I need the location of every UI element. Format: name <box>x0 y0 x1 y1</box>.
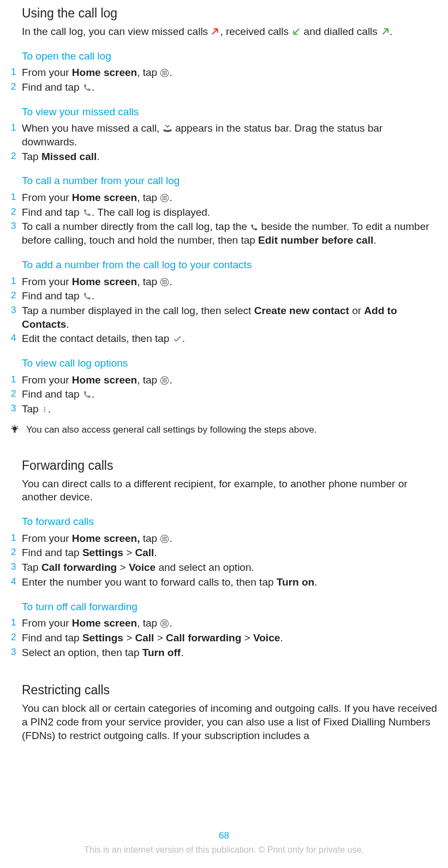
step: 3 Tap a number displayed in the call log… <box>22 304 437 331</box>
checkmark-icon <box>172 334 182 344</box>
svg-point-35 <box>164 380 165 381</box>
text: . <box>169 67 172 78</box>
svg-point-23 <box>166 280 167 281</box>
step-number: 1 <box>11 374 16 386</box>
text: . <box>92 81 94 93</box>
svg-point-58 <box>164 540 165 541</box>
bold: Voice <box>129 562 156 573</box>
subheading-log-options: To view call log options <box>11 357 437 370</box>
text: tap <box>140 533 160 544</box>
step: 1 From your Home screen, tap . <box>22 191 437 205</box>
svg-point-57 <box>163 540 164 541</box>
step-number: 1 <box>11 122 16 134</box>
svg-point-63 <box>166 622 167 623</box>
text: Find and tap <box>22 632 82 643</box>
svg-point-53 <box>166 536 167 538</box>
subheading-call-number: To call a number from your call log <box>11 174 437 188</box>
bold: Home screen <box>72 617 137 629</box>
svg-point-16 <box>166 198 167 199</box>
steps-fwd: 1 From your Home screen, tap . 2 Find an… <box>11 532 437 589</box>
text: Find and tap <box>22 206 82 218</box>
step-number: 3 <box>11 561 16 573</box>
step: 1 From your Home screen, tap . <box>22 66 437 80</box>
subheading-add-contact: To add a number from the call log to you… <box>11 258 437 272</box>
svg-point-69 <box>166 624 167 625</box>
apps-grid-icon <box>160 193 169 203</box>
step-number: 1 <box>11 66 16 78</box>
bold: Turn off <box>142 647 181 658</box>
svg-point-3 <box>166 71 167 72</box>
svg-rect-44 <box>14 430 16 433</box>
tip-row: You can also access general call setting… <box>11 424 437 436</box>
bold: Call <box>135 547 154 558</box>
text: , tap <box>137 192 160 203</box>
text: . <box>92 290 94 302</box>
footer-note: This is an internet version of this publ… <box>0 845 448 856</box>
text: or <box>349 305 364 316</box>
subheading-forward-off: To turn off call forwarding <box>11 600 437 614</box>
text: Enter the number you want to forward cal… <box>22 576 277 588</box>
step-number: 1 <box>11 191 16 203</box>
svg-point-21 <box>163 280 164 281</box>
bold: Turn on <box>277 576 314 588</box>
svg-point-6 <box>166 73 167 74</box>
svg-point-36 <box>166 380 167 381</box>
svg-point-1 <box>163 71 164 72</box>
text: , tap <box>137 374 160 386</box>
svg-point-64 <box>163 623 164 624</box>
text: Tap a number displayed in the call log, … <box>22 305 254 316</box>
step: 2 Find and tap . The call log is display… <box>22 206 437 220</box>
svg-point-18 <box>164 199 165 200</box>
svg-point-5 <box>164 73 165 74</box>
svg-point-34 <box>163 380 164 381</box>
bold: Settings <box>82 547 123 558</box>
svg-point-19 <box>166 199 167 200</box>
svg-point-24 <box>163 281 164 282</box>
svg-point-39 <box>166 381 167 382</box>
svg-point-11 <box>163 196 164 197</box>
bold: Call forwarding <box>41 562 117 573</box>
svg-point-38 <box>164 381 165 382</box>
step: 2 Find and tap Settings > Call. <box>22 546 437 560</box>
step-number: 3 <box>11 220 16 232</box>
text: . <box>154 547 157 558</box>
svg-point-68 <box>164 624 165 625</box>
svg-point-65 <box>164 623 165 624</box>
text: and select an option. <box>156 562 254 573</box>
phone-icon <box>250 223 258 232</box>
subheading-view-missed: To view your missed calls <box>11 105 437 119</box>
svg-point-37 <box>163 381 164 382</box>
step-number: 2 <box>11 290 16 302</box>
step-number: 4 <box>11 332 16 344</box>
text: . The call log is displayed. <box>92 206 210 218</box>
svg-point-14 <box>163 198 164 199</box>
svg-point-15 <box>164 198 165 199</box>
step: 1 From your Home screen, tap . <box>22 532 437 546</box>
step-number: 3 <box>11 403 16 415</box>
text: From your <box>22 617 72 629</box>
text: . <box>169 192 172 203</box>
step: 1 From your Home screen, tap . <box>22 275 437 289</box>
step-number: 4 <box>11 576 16 588</box>
text: , received calls <box>220 26 291 37</box>
received-call-arrow-icon <box>291 27 301 37</box>
section-title-forwarding: Forwarding calls <box>11 436 437 474</box>
text: Tap <box>22 403 41 415</box>
overflow-menu-icon <box>41 405 48 414</box>
subheading-open-call-log: To open the call log <box>11 50 437 63</box>
svg-point-4 <box>163 73 164 74</box>
step: 1 From your Home screen, tap . <box>22 374 437 387</box>
svg-point-12 <box>164 196 165 197</box>
step: 2 Tap Missed call. <box>22 150 437 164</box>
text: . <box>169 276 172 287</box>
step-number: 2 <box>11 546 16 558</box>
svg-point-41 <box>44 409 45 410</box>
text: Find and tap <box>22 81 82 93</box>
svg-point-59 <box>166 540 167 541</box>
tip-text: You can also access general call setting… <box>26 424 316 435</box>
phone-icon <box>82 292 92 301</box>
steps-open: 1 From your Home screen, tap . 2 Find an… <box>11 66 437 94</box>
bold: Voice <box>253 632 280 643</box>
step: 2 Find and tap Settings > Call > Call fo… <box>22 631 437 645</box>
apps-grid-icon <box>160 277 169 287</box>
